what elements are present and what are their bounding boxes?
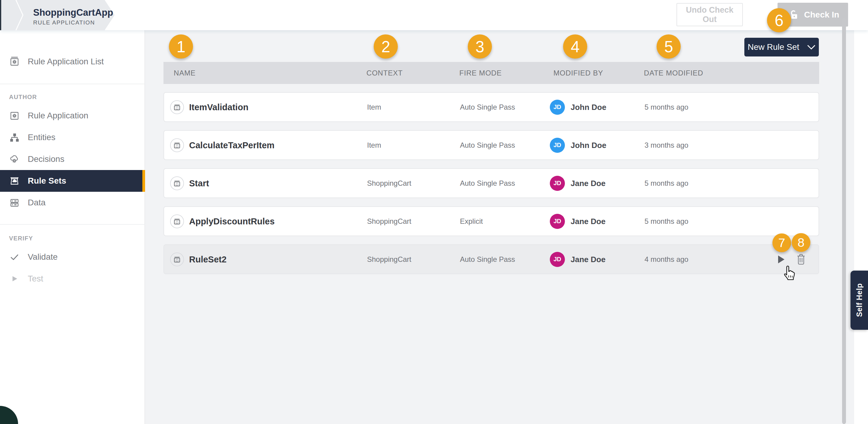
test-icon — [9, 273, 20, 284]
cell-date-modified: 5 months ago — [645, 179, 688, 188]
sidebar-item-rule-application-list[interactable]: Rule Application List — [0, 51, 145, 73]
chevron-down-icon — [807, 45, 815, 50]
rule-set-icon: {} — [170, 215, 184, 228]
rule-set-icon: {} — [170, 252, 184, 266]
sidebar-item-rule-application[interactable]: Rule Application — [0, 105, 145, 126]
annotation-badge-8: 8 — [792, 233, 810, 252]
cursor-pointer — [782, 263, 798, 281]
cell-modified-by: John Doe — [570, 140, 606, 150]
sidebar-section-author: AUTHOR — [9, 94, 37, 101]
cell-context: ShoppingCart — [367, 179, 411, 188]
svg-text:{}: {} — [175, 221, 179, 224]
sidebar-item-test[interactable]: Test — [0, 268, 145, 290]
sidebar-item-label: Rule Application List — [28, 57, 104, 66]
sidebar-item-label: Decisions — [28, 154, 64, 164]
rule-set-icon: {} — [170, 100, 184, 114]
cell-context: Item — [367, 141, 381, 149]
avatar: JD — [550, 138, 565, 153]
rule-set-icon: {} — [170, 176, 184, 190]
table-row-applydiscountrules[interactable]: {} ApplyDiscountRules ShoppingCart Expli… — [163, 206, 819, 236]
annotation-badge-2: 2 — [374, 34, 398, 59]
cell-name[interactable]: CalculateTaxPerItem — [189, 140, 275, 150]
app-window: ShoppingCartApp RULE APPLICATION Undo Ch… — [0, 0, 868, 424]
sidebar-divider — [0, 84, 145, 84]
validate-icon — [9, 252, 20, 262]
cell-fire-mode: Explicit — [460, 217, 483, 226]
cell-fire-mode: Auto Single Pass — [460, 141, 515, 149]
table-row-start[interactable]: {} Start ShoppingCart Auto Single Pass J… — [163, 168, 819, 198]
annotation-badge-5: 5 — [657, 34, 681, 59]
cell-fire-mode: Auto Single Pass — [460, 179, 515, 188]
run-rule-set-button[interactable] — [777, 255, 785, 264]
table-row-itemvalidation[interactable]: {} ItemValidation Item Auto Single Pass … — [163, 92, 819, 122]
annotation-badge-6: 6 — [767, 8, 791, 32]
svg-text:{}: {} — [175, 106, 179, 110]
avatar: JD — [550, 214, 565, 229]
cell-name[interactable]: ItemValidation — [189, 102, 249, 112]
table-row-calculatetaxperitem[interactable]: {} CalculateTaxPerItem Item Auto Single … — [163, 130, 819, 160]
column-header-modified-by[interactable]: MODIFIED BY — [553, 69, 603, 77]
new-rule-set-label: New Rule Set — [748, 42, 799, 52]
entities-icon — [9, 132, 20, 143]
sidebar-item-rule-sets[interactable]: Rule Sets — [0, 170, 145, 192]
avatar: JD — [550, 252, 565, 267]
cell-date-modified: 3 months ago — [645, 141, 688, 149]
sidebar-item-label: Entities — [28, 133, 56, 142]
svg-text:{}: {} — [175, 258, 179, 262]
top-header: ShoppingCartApp RULE APPLICATION Undo Ch… — [0, 0, 868, 30]
sidebar-item-validate[interactable]: Validate — [0, 246, 145, 268]
right-edge-panel — [854, 30, 868, 424]
self-help-label: Self Help — [855, 283, 864, 317]
table-header: NAME CONTEXT FIRE MODE MODIFIED BY DATE … — [163, 62, 819, 84]
sidebar-item-decisions[interactable]: Decisions — [0, 148, 145, 170]
rule-sets-icon — [9, 175, 20, 186]
sidebar-item-entities[interactable]: Entities — [0, 126, 145, 148]
annotation-badge-4: 4 — [563, 34, 587, 59]
annotation-badge-1: 1 — [169, 34, 193, 59]
sidebar-item-label: Validate — [28, 252, 58, 262]
cell-name[interactable]: ApplyDiscountRules — [189, 216, 275, 226]
sidebar: Rule Application ListAUTHORRule Applicat… — [0, 30, 145, 424]
self-help-tab[interactable]: Self Help — [850, 271, 868, 330]
svg-text:{}: {} — [175, 182, 179, 186]
cell-modified-by: Jane Doe — [570, 217, 606, 226]
cell-fire-mode: Auto Single Pass — [460, 255, 515, 264]
app-subtitle: RULE APPLICATION — [33, 19, 95, 26]
annotation-badge-3: 3 — [468, 34, 492, 59]
column-header-name[interactable]: NAME — [174, 69, 196, 77]
cell-fire-mode: Auto Single Pass — [460, 103, 515, 111]
delete-rule-set-button[interactable] — [796, 254, 806, 265]
cell-modified-by: Jane Doe — [570, 255, 606, 264]
check-in-label: Check In — [804, 10, 839, 20]
cell-date-modified: 5 months ago — [645, 217, 688, 226]
decisions-icon — [9, 154, 20, 165]
column-header-fire-mode[interactable]: FIRE MODE — [459, 69, 502, 77]
app-title: ShoppingCartApp — [33, 7, 113, 18]
column-header-date-modified[interactable]: DATE MODIFIED — [644, 69, 703, 77]
cell-modified-by: Jane Doe — [570, 178, 606, 188]
cell-name[interactable]: RuleSet2 — [189, 254, 226, 264]
sidebar-item-data[interactable]: Data — [0, 192, 145, 214]
avatar: JD — [550, 100, 565, 115]
rule-application-icon — [9, 110, 20, 121]
sidebar-item-label: Rule Application — [28, 111, 88, 120]
sidebar-item-label: Data — [28, 198, 45, 207]
annotation-badge-7: 7 — [772, 233, 791, 252]
svg-text:{}: {} — [175, 144, 179, 148]
data-icon — [9, 197, 20, 208]
rule-set-icon: {} — [170, 138, 184, 152]
new-rule-set-button[interactable]: New Rule Set — [744, 38, 819, 56]
vertical-scrollbar[interactable] — [842, 18, 846, 424]
cell-context: Item — [367, 103, 381, 111]
column-header-context[interactable]: CONTEXT — [367, 69, 403, 77]
sidebar-item-label: Test — [28, 274, 43, 284]
cell-name[interactable]: Start — [189, 178, 209, 188]
cell-date-modified: 5 months ago — [645, 103, 688, 111]
avatar: JD — [550, 176, 565, 191]
undo-check-out-button[interactable]: Undo Check Out — [677, 3, 743, 26]
table-row-ruleset2[interactable]: {} RuleSet2 ShoppingCart Auto Single Pas… — [163, 244, 819, 274]
sidebar-section-verify: VERIFY — [9, 235, 33, 242]
cell-context: ShoppingCart — [367, 217, 411, 226]
cell-context: ShoppingCart — [367, 255, 411, 264]
sidebar-divider — [0, 224, 145, 225]
